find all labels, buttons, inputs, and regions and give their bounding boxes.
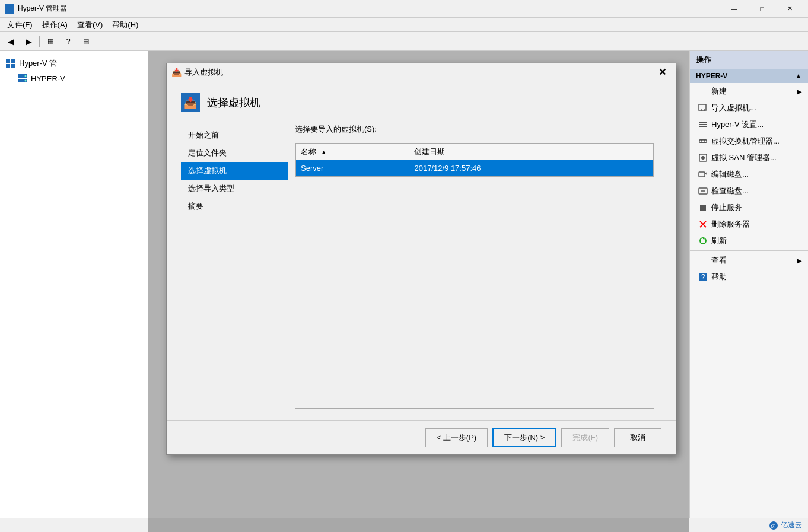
toolbar-separator <box>39 36 40 47</box>
svg-rect-24 <box>699 172 705 177</box>
action-delete-server-label: 删除服务器 <box>711 219 750 230</box>
status-logo-text: 亿速云 <box>781 520 802 530</box>
dialog-title-icon: 📥 <box>171 68 181 77</box>
action-settings-label: Hyper-V 设置... <box>711 119 764 130</box>
vsan-icon <box>698 153 708 163</box>
dialog-body: 📥 选择虚拟机 开始之前 定位文件夹 选择虚拟机 选择导入类型 摘要 <box>167 81 676 420</box>
action-check-disk[interactable]: 检查磁盘... <box>690 183 808 199</box>
help-icon: ? <box>698 272 708 282</box>
sort-arrow-name: ▲ <box>321 149 327 155</box>
action-edit-disk[interactable]: 编辑磁盘... <box>690 166 808 183</box>
server-icon <box>17 74 28 83</box>
menu-bar: 文件(F) 操作(A) 查看(V) 帮助(H) <box>0 18 808 32</box>
dialog-nav-select-vm[interactable]: 选择虚拟机 <box>181 162 288 180</box>
view-arrow: ▶ <box>797 257 802 264</box>
actions-section-header: HYPER-V ▲ <box>690 69 808 83</box>
finish-button[interactable]: 完成(F) <box>561 428 609 447</box>
tree-item-hyperv-manager[interactable]: Hyper-V 管 <box>0 56 148 71</box>
menu-help[interactable]: 帮助(H) <box>107 18 143 31</box>
table-row[interactable]: Server 2017/12/9 17:57:46 <box>296 160 654 177</box>
vm-table: 名称 ▲ 创建日期 <box>295 144 654 177</box>
dialog-nav: 开始之前 定位文件夹 选择虚拟机 选择导入类型 摘要 <box>181 124 288 409</box>
actions-header: 操作 <box>690 51 808 69</box>
svg-point-20 <box>702 141 704 142</box>
import-vm-dialog: 📥 导入虚拟机 ✕ 📥 选择虚拟机 开始之前 <box>166 63 676 455</box>
tree-item-hyperv-manager-label: Hyper-V 管 <box>19 58 57 69</box>
new-icon <box>698 87 708 96</box>
edit-disk-icon <box>698 170 708 179</box>
dialog-nav-import-type[interactable]: 选择导入类型 <box>181 180 288 197</box>
svg-rect-3 <box>10 9 14 14</box>
menu-file[interactable]: 文件(F) <box>2 18 37 31</box>
maximize-button[interactable]: □ <box>749 0 775 18</box>
action-import-label: 导入虚拟机... <box>711 103 756 113</box>
vswitch-icon <box>698 136 708 146</box>
col-date[interactable]: 创建日期 <box>409 144 653 160</box>
extra-toolbar-button[interactable]: ▤ <box>78 34 94 49</box>
vm-name-cell: Server <box>296 160 410 177</box>
svg-rect-5 <box>11 59 15 63</box>
svg-rect-6 <box>6 64 10 68</box>
forward-button[interactable]: ▶ <box>20 34 37 49</box>
hyperv-manager-icon <box>5 59 17 68</box>
action-check-disk-label: 检查磁盘... <box>711 186 749 196</box>
delete-icon <box>698 219 708 229</box>
action-help[interactable]: ? 帮助 <box>690 269 808 285</box>
action-view[interactable]: 查看 ▶ <box>690 252 808 269</box>
right-panel: 操作 HYPER-V ▲ 新建 ▶ 导入虚拟机... <box>689 51 808 532</box>
refresh-icon <box>698 236 708 246</box>
dialog-nav-locate[interactable]: 定位文件夹 <box>181 144 288 162</box>
svg-point-21 <box>705 141 707 142</box>
action-import[interactable]: 导入虚拟机... <box>690 100 808 116</box>
svg-rect-4 <box>6 59 10 63</box>
new-arrow: ▶ <box>797 88 802 95</box>
action-stop-service[interactable]: 停止服务 <box>690 199 808 216</box>
show-hide-button[interactable]: ▦ <box>42 34 59 49</box>
action-view-label: 查看 <box>711 255 727 266</box>
back-button[interactable]: < 上一步(P) <box>425 428 488 447</box>
app-icon <box>5 4 14 14</box>
action-vswitch[interactable]: 虚拟交换机管理器... <box>690 133 808 149</box>
action-vsan[interactable]: 虚拟 SAN 管理器... <box>690 149 808 166</box>
dialog-header-icon: 📥 <box>181 93 200 112</box>
action-new[interactable]: 新建 ▶ <box>690 83 808 100</box>
action-settings[interactable]: Hyper-V 设置... <box>690 116 808 133</box>
close-button[interactable]: ✕ <box>777 0 803 18</box>
dialog-footer: < 上一步(P) 下一步(N) > 完成(F) 取消 <box>167 420 676 454</box>
toolbar: ◀ ▶ ▦ ? ▤ <box>0 32 808 51</box>
svg-rect-17 <box>699 126 707 127</box>
action-refresh-label: 刷新 <box>711 235 727 246</box>
import-icon <box>698 103 708 113</box>
col-name[interactable]: 名称 ▲ <box>296 144 410 160</box>
svg-text:?: ? <box>701 273 705 281</box>
help-toolbar-button[interactable]: ? <box>60 34 77 49</box>
back-button[interactable]: ◀ <box>2 34 19 49</box>
tree-item-hyperv-label: HYPER-V <box>31 74 65 83</box>
dialog-nav-before[interactable]: 开始之前 <box>181 126 288 144</box>
action-delete-server[interactable]: 删除服务器 <box>690 216 808 232</box>
dialog-nav-summary[interactable]: 摘要 <box>181 197 288 215</box>
window-controls: — □ ✕ <box>721 0 803 18</box>
minimize-button[interactable]: — <box>721 0 747 18</box>
svg-point-19 <box>700 141 702 142</box>
action-edit-disk-label: 编辑磁盘... <box>711 169 749 180</box>
vm-table-container: 名称 ▲ 创建日期 <box>295 143 654 409</box>
dialog-section-label: 选择要导入的虚拟机(S): <box>295 124 654 135</box>
dialog-header-row: 📥 选择虚拟机 <box>181 93 661 112</box>
svg-rect-1 <box>10 4 14 8</box>
dialog-content-area: 开始之前 定位文件夹 选择虚拟机 选择导入类型 摘要 选择要导入的虚拟机(S): <box>181 124 661 409</box>
stop-icon <box>698 203 708 212</box>
menu-action[interactable]: 操作(A) <box>37 18 72 31</box>
dialog-close-button[interactable]: ✕ <box>653 65 671 79</box>
cancel-button[interactable]: 取消 <box>614 428 661 447</box>
center-area: 📥 导入虚拟机 ✕ 📥 选择虚拟机 开始之前 <box>148 51 689 532</box>
status-logo: 亿 亿速云 <box>769 520 802 530</box>
title-bar: Hyper-V 管理器 — □ ✕ <box>0 0 808 18</box>
svg-text:亿: 亿 <box>770 524 775 529</box>
next-button[interactable]: 下一步(N) > <box>492 428 556 447</box>
tree-item-hyperv[interactable]: HYPER-V <box>0 71 148 85</box>
svg-rect-7 <box>11 64 15 68</box>
menu-view[interactable]: 查看(V) <box>72 18 107 31</box>
action-refresh[interactable]: 刷新 <box>690 232 808 249</box>
logo-icon: 亿 <box>769 521 778 530</box>
